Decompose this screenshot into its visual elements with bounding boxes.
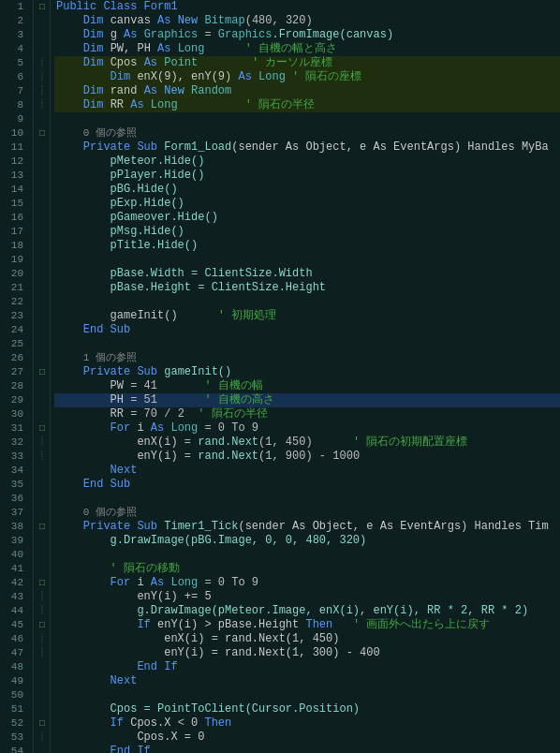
line-number: 22 — [0, 295, 27, 309]
code-line[interactable]: pGameover.Hide() — [54, 211, 560, 225]
indent-marker: ┊ — [34, 646, 51, 660]
code-line[interactable] — [54, 337, 560, 351]
code-line[interactable]: 0 個の参照 — [54, 506, 560, 520]
code-line[interactable]: Dim RR As Long ' 隕石の半径 — [54, 98, 560, 112]
line-number: 34 — [0, 464, 27, 478]
code-area[interactable]: Public Class Form1 Dim canvas As New Bit… — [51, 0, 560, 753]
line-number: 52 — [0, 716, 27, 731]
code-line[interactable]: Private Sub gameInit() — [54, 365, 560, 379]
code-line[interactable]: Dim rand As New Random — [54, 84, 560, 98]
line-number: 7 — [0, 84, 27, 98]
code-line[interactable]: 1 個の参照 — [54, 351, 560, 365]
line-number: 54 — [0, 745, 27, 753]
code-line[interactable]: enY(i) = rand.Next(1, 900) - 1000 — [54, 450, 560, 464]
code-line[interactable]: If enY(i) > pBase.Height Then ' 画面外へ出たら上… — [54, 618, 560, 632]
code-line[interactable]: Dim g As Graphics = Graphics.FromImage(c… — [54, 28, 560, 42]
gutter-empty — [34, 169, 51, 183]
code-line[interactable]: PW = 41 ' 自機の幅 — [54, 379, 560, 393]
code-line[interactable] — [54, 688, 560, 702]
code-line[interactable]: enY(i) += 5 — [54, 590, 560, 604]
gutter-empty — [34, 28, 51, 42]
collapse-button[interactable]: □ — [34, 421, 51, 436]
code-line[interactable] — [54, 295, 560, 309]
collapse-button[interactable]: □ — [34, 618, 51, 632]
code-line[interactable]: pBase.Height = ClientSize.Height — [54, 281, 560, 295]
code-line[interactable]: pPlayer.Hide() — [54, 169, 560, 183]
code-line[interactable]: Private Sub Timer1_Tick(sender As Object… — [54, 520, 560, 534]
line-number: 4 — [0, 42, 27, 56]
code-line[interactable]: pBG.Hide() — [54, 183, 560, 197]
line-number: 33 — [0, 450, 27, 464]
code-line[interactable]: End If — [54, 660, 560, 674]
code-line[interactable]: enX(i) = rand.Next(1, 450) ' 隕石の初期配置座標 — [54, 436, 560, 450]
gutter-empty — [34, 379, 51, 393]
code-line[interactable] — [54, 253, 560, 267]
code-line[interactable]: Dim canvas As New Bitmap(480, 320) — [54, 14, 560, 28]
code-line[interactable]: enY(i) = rand.Next(1, 300) - 400 — [54, 646, 560, 660]
line-number: 31 — [0, 421, 27, 436]
code-line[interactable]: enX(i) = rand.Next(1, 450) — [54, 632, 560, 646]
collapse-gutter[interactable]: □┊┊┊┊□□□┊┊□□┊┊□┊┊□┊□┊ — [34, 0, 51, 753]
code-line[interactable]: g.DrawImage(pMeteor.Image, enX(i), enY(i… — [54, 604, 560, 618]
code-line[interactable]: For i As Long = 0 To 9 — [54, 576, 560, 590]
code-line[interactable]: 0 個の参照 — [54, 126, 560, 140]
line-number: 42 — [0, 576, 27, 590]
code-line[interactable]: RR = 70 / 2 ' 隕石の半径 — [54, 407, 560, 421]
line-number: 39 — [0, 534, 27, 548]
code-line[interactable]: pBase.Width = ClientSize.Width — [54, 267, 560, 281]
code-line[interactable] — [54, 112, 560, 126]
code-line[interactable]: Private Sub Form1_Load(sender As Object,… — [54, 140, 560, 155]
code-line[interactable]: Dim enX(9), enY(9) As Long ' 隕石の座標 — [54, 70, 560, 84]
code-line[interactable]: Cpos = PointToClient(Cursor.Position) — [54, 702, 560, 716]
gutter-empty — [34, 393, 51, 407]
code-line[interactable]: Cpos.X = 0 — [54, 731, 560, 745]
code-line[interactable]: If Cpos.X < 0 Then — [54, 716, 560, 731]
code-line[interactable] — [54, 492, 560, 506]
code-line[interactable]: g.DrawImage(pBG.Image, 0, 0, 480, 320) — [54, 534, 560, 548]
code-line[interactable]: Dim Cpos As Point ' カーソル座標 — [54, 56, 560, 70]
line-number: 17 — [0, 225, 27, 239]
line-number: 43 — [0, 590, 27, 604]
code-line[interactable] — [54, 548, 560, 562]
code-line[interactable]: Next — [54, 674, 560, 688]
code-line[interactable]: pExp.Hide() — [54, 197, 560, 211]
code-line[interactable]: pMsg.Hide() — [54, 225, 560, 239]
collapse-button[interactable]: □ — [34, 576, 51, 590]
gutter-empty — [34, 183, 51, 197]
line-number: 10 — [0, 126, 27, 140]
line-number: 32 — [0, 436, 27, 450]
gutter-empty — [34, 323, 51, 337]
line-number: 38 — [0, 520, 27, 534]
code-line[interactable]: For i As Long = 0 To 9 — [54, 421, 560, 436]
line-number: 13 — [0, 169, 27, 183]
collapse-button[interactable]: □ — [34, 520, 51, 534]
code-line[interactable]: End If — [54, 745, 560, 753]
code-line[interactable]: pMeteor.Hide() — [54, 155, 560, 169]
collapse-button[interactable]: □ — [34, 126, 51, 140]
code-line[interactable]: End Sub — [54, 323, 560, 337]
gutter-empty — [34, 281, 51, 295]
line-number: 5 — [0, 56, 27, 70]
code-line[interactable]: Public Class Form1 — [54, 0, 560, 14]
line-number: 18 — [0, 239, 27, 253]
line-number: 11 — [0, 140, 27, 155]
collapse-button[interactable]: □ — [34, 716, 51, 731]
gutter-empty — [34, 548, 51, 562]
code-line[interactable]: gameInit() ' 初期処理 — [54, 309, 560, 323]
collapse-button[interactable]: □ — [34, 365, 51, 379]
code-line[interactable]: PH = 51 ' 自機の高さ — [54, 393, 560, 407]
line-number: 9 — [0, 112, 27, 126]
gutter-empty — [34, 478, 51, 492]
gutter-empty — [34, 295, 51, 309]
code-line[interactable]: pTitle.Hide() — [54, 239, 560, 253]
indent-marker: ┊ — [34, 590, 51, 604]
gutter-empty — [34, 267, 51, 281]
code-line[interactable]: Dim PW, PH As Long ' 自機の幅と高さ — [54, 42, 560, 56]
code-line[interactable]: Next — [54, 464, 560, 478]
code-line[interactable]: End Sub — [54, 478, 560, 492]
collapse-button[interactable]: □ — [34, 0, 51, 14]
line-number: 25 — [0, 337, 27, 351]
line-number: 23 — [0, 309, 27, 323]
line-number: 19 — [0, 253, 27, 267]
code-line[interactable]: ' 隕石の移動 — [54, 562, 560, 576]
